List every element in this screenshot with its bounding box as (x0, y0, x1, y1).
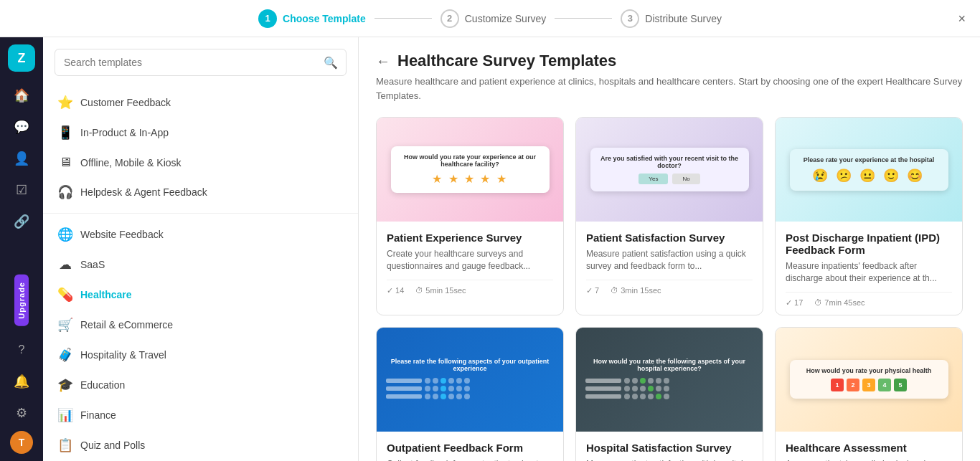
nav-chat-icon[interactable]: 💬 (8, 113, 35, 141)
close-button[interactable]: × (958, 11, 966, 26)
back-button[interactable]: ← (376, 53, 390, 70)
card-desc-outpatient: Collect feedback from outpatients about … (387, 458, 553, 461)
card-preview-healthcare-assessment: How would you rate your physical health … (776, 328, 962, 432)
card-body-patient-experience: Patient Experience Survey Create your he… (377, 222, 563, 303)
category-list: ⭐ Customer Feedback📱 In-Product & In-App… (43, 87, 358, 460)
cat-label-quiz: Quiz and Polls (80, 439, 145, 451)
nav-help-icon[interactable]: ? (8, 336, 35, 363)
nav-bell-icon[interactable]: 🔔 (8, 368, 35, 395)
step-2-num: 2 (440, 9, 459, 28)
card-desc-post-discharge: Measure inpatients' feedback after disch… (786, 260, 952, 285)
card-preview-outpatient: Please rate the following aspects of you… (377, 328, 563, 432)
template-card-outpatient[interactable]: Please rate the following aspects of you… (376, 327, 564, 461)
sidebar-item-healthcare[interactable]: 💊 Healthcare (43, 280, 358, 310)
card-desc-healthcare-assessment: Assess patients' overall physical and me… (786, 458, 952, 461)
left-nav: Z 🏠 💬 👤 ☑ 🔗 Upgrade ? 🔔 ⚙ T (0, 37, 43, 461)
card-name-patient-experience: Patient Experience Survey (387, 232, 553, 244)
card-preview-patient-satisfaction: Are you satisfied with your recent visit… (576, 118, 763, 222)
nav-link-icon[interactable]: 🔗 (8, 208, 35, 235)
cat-icon-finance: 📊 (57, 407, 73, 423)
card-body-post-discharge: Post Discharge Inpatient (IPD) Feedback … (776, 222, 962, 315)
top-bar: 1 Choose Template 2 Customize Survey 3 D… (0, 0, 980, 37)
step-1-label: Choose Template (283, 13, 366, 24)
card-desc-hospital-satisfaction: Measure patient satisfaction with hospit… (586, 458, 753, 461)
cat-label-education: Education (80, 379, 125, 391)
card-name-outpatient: Outpatient Feedback Form (387, 442, 553, 454)
card-body-outpatient: Outpatient Feedback Form Collect feedbac… (377, 432, 563, 461)
cat-label-healthcare: Healthcare (80, 289, 132, 300)
sidebar-item-retail[interactable]: 🛒 Retail & eCommerce (43, 310, 358, 340)
cat-label-offline-mobile: Offline, Mobile & Kiosk (80, 157, 182, 168)
cat-label-retail: Retail & eCommerce (80, 319, 173, 331)
cat-icon-customer-feedback: ⭐ (57, 95, 73, 110)
card-preview-hospital-satisfaction: How would you rate the following aspects… (576, 328, 763, 432)
page-title: Healthcare Survey Templates (397, 52, 616, 70)
content-header: ← Healthcare Survey Templates (376, 52, 963, 70)
sidebar-item-quiz[interactable]: 📋 Quiz and Polls (43, 430, 358, 460)
card-body-healthcare-assessment: Healthcare Assessment Assess patients' o… (776, 432, 962, 461)
sidebar-item-hospitality[interactable]: 🧳 Hospitality & Travel (43, 340, 358, 370)
card-name-post-discharge: Post Discharge Inpatient (IPD) Feedback … (786, 232, 952, 256)
card-time: ⏱ 7min 45sec (814, 298, 864, 308)
template-card-post-discharge[interactable]: Please rate your experience at the hospi… (775, 117, 963, 315)
card-preview-post-discharge: Please rate your experience at the hospi… (776, 118, 962, 222)
cat-label-helpdesk: Helpdesk & Agent Feedback (80, 186, 207, 198)
step-2-label: Customize Survey (465, 13, 547, 24)
card-name-healthcare-assessment: Healthcare Assessment (786, 442, 952, 454)
cat-icon-hospitality: 🧳 (57, 347, 73, 363)
sidebar-item-helpdesk[interactable]: 🎧 Helpdesk & Agent Feedback (43, 177, 358, 207)
card-body-hospital-satisfaction: Hospital Satisfaction Survey Measure pat… (576, 432, 763, 461)
step-1[interactable]: 1 Choose Template (258, 9, 366, 28)
cat-label-saas: SaaS (80, 259, 105, 270)
cat-label-finance: Finance (80, 409, 116, 421)
step-3[interactable]: 3 Distribute Survey (621, 9, 722, 28)
cat-label-customer-feedback: Customer Feedback (80, 97, 171, 108)
template-card-patient-experience[interactable]: How would you rate your experience at ou… (376, 117, 564, 315)
nav-home-icon[interactable]: 🏠 (8, 82, 35, 109)
step-3-label: Distribute Survey (645, 13, 722, 24)
card-questions: ✓ 7 (586, 286, 599, 295)
app-logo[interactable]: Z (8, 44, 35, 72)
sidebar-item-education[interactable]: 🎓 Education (43, 370, 358, 400)
template-card-hospital-satisfaction[interactable]: How would you rate the following aspects… (575, 327, 763, 461)
cat-icon-education: 🎓 (57, 377, 73, 393)
card-meta: ✓ 14 ⏱ 5min 15sec (387, 280, 553, 295)
cat-label-in-product: In-Product & In-App (80, 127, 169, 138)
nav-settings-icon[interactable]: ⚙ (8, 399, 35, 427)
main-layout: Z 🏠 💬 👤 ☑ 🔗 Upgrade ? 🔔 ⚙ T 🔍 ⭐ Customer… (0, 37, 980, 461)
card-name-hospital-satisfaction: Hospital Satisfaction Survey (586, 442, 753, 454)
nav-check-icon[interactable]: ☑ (8, 176, 35, 204)
avatar[interactable]: T (10, 431, 33, 454)
sidebar-item-offline-mobile[interactable]: 🖥 Offline, Mobile & Kiosk (43, 148, 358, 177)
cat-icon-website: 🌐 (57, 227, 73, 242)
sidebar-divider-4 (43, 213, 358, 214)
upgrade-button[interactable]: Upgrade (14, 275, 29, 326)
search-container: 🔍 (43, 37, 358, 87)
cat-icon-saas: ☁ (57, 257, 73, 272)
sidebar-item-customer-feedback[interactable]: ⭐ Customer Feedback (43, 87, 358, 118)
cat-label-website: Website Feedback (80, 229, 164, 240)
nav-user-icon[interactable]: 👤 (8, 145, 35, 172)
card-body-patient-satisfaction: Patient Satisfaction Survey Measure pati… (576, 222, 763, 303)
step-line-1 (374, 18, 432, 19)
card-preview-patient-experience: How would you rate your experience at ou… (377, 118, 563, 222)
sidebar-item-saas[interactable]: ☁ SaaS (43, 249, 358, 280)
stepper: 1 Choose Template 2 Customize Survey 3 D… (258, 9, 722, 28)
cat-icon-retail: 🛒 (57, 317, 73, 333)
card-desc-patient-experience: Create your healthcare surveys and quest… (387, 248, 553, 272)
card-time: ⏱ 5min 15sec (415, 286, 466, 295)
sidebar-item-in-product[interactable]: 📱 In-Product & In-App (43, 118, 358, 148)
card-questions: ✓ 17 (786, 298, 803, 308)
template-grid: How would you rate your experience at ou… (376, 117, 963, 461)
card-name-patient-satisfaction: Patient Satisfaction Survey (586, 232, 753, 244)
cat-icon-healthcare: 💊 (57, 287, 73, 303)
card-questions: ✓ 14 (387, 286, 404, 295)
template-card-patient-satisfaction[interactable]: Are you satisfied with your recent visit… (575, 117, 763, 315)
step-2[interactable]: 2 Customize Survey (440, 9, 547, 28)
cat-icon-in-product: 📱 (57, 125, 73, 141)
sidebar-item-finance[interactable]: 📊 Finance (43, 400, 358, 430)
template-card-healthcare-assessment[interactable]: How would you rate your physical health … (775, 327, 963, 461)
search-input[interactable] (55, 49, 347, 76)
card-time: ⏱ 3min 15sec (611, 286, 661, 295)
sidebar-item-website[interactable]: 🌐 Website Feedback (43, 219, 358, 249)
